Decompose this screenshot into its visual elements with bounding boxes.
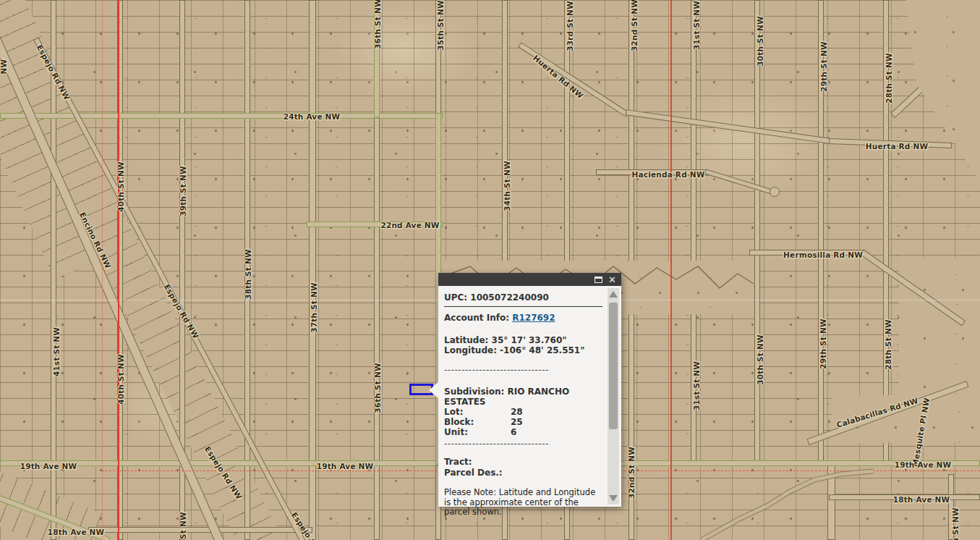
street-label: 40th St NW bbox=[116, 354, 125, 404]
close-icon[interactable]: ✕ bbox=[608, 275, 616, 284]
scroll-up-icon[interactable] bbox=[609, 291, 618, 298]
popup-body: UPC: 1005072240090 Account Info: R127692… bbox=[438, 286, 621, 507]
street-label: 39th St NW bbox=[179, 166, 187, 216]
tract-label: Tract: bbox=[444, 457, 602, 468]
field-value: 6 bbox=[511, 427, 516, 437]
road bbox=[88, 527, 312, 533]
latitude-line: Latitude: 35° 17' 33.760" bbox=[444, 335, 602, 345]
street-label: 36th St NW bbox=[373, 363, 382, 413]
street-label: 32nd St NW bbox=[627, 447, 636, 499]
street-label: 18th Ave NW bbox=[893, 495, 950, 504]
street-label: 41st St NW bbox=[52, 327, 61, 376]
road bbox=[754, 0, 760, 465]
street-label: 31st St NW bbox=[692, 361, 701, 410]
parcel-field-row: Unit:6 bbox=[444, 427, 602, 437]
road bbox=[827, 465, 835, 540]
street-label: NW bbox=[0, 59, 8, 75]
cul-de-sac bbox=[770, 187, 780, 197]
street-label: 30th St NW bbox=[756, 334, 764, 384]
dashed-separator: ------------------------------ bbox=[444, 365, 602, 375]
street-label: 30th St NW bbox=[756, 16, 764, 66]
street-label: Huerta Rd NW bbox=[866, 142, 928, 151]
scroll-down-icon[interactable] bbox=[609, 495, 618, 502]
account-info-link[interactable]: R127692 bbox=[512, 313, 555, 323]
field-value: 28 bbox=[511, 407, 523, 417]
gis-parcel-viewer: Espejo Rd NWNW36th St NW35th St NW33rd S… bbox=[0, 0, 980, 540]
street-label: 24th Ave NW bbox=[284, 112, 341, 121]
note-text: Please Note: Latitude and Longitude is t… bbox=[444, 488, 599, 518]
street-label: 29th St NW bbox=[819, 318, 827, 368]
street-label: 38th St NW bbox=[244, 249, 252, 299]
section-line-red-faint bbox=[102, 0, 103, 540]
divider-rule bbox=[444, 306, 602, 307]
street-label: 34th St NW bbox=[503, 161, 511, 211]
street-label: 40th St NW bbox=[116, 161, 125, 211]
popup-title-bar: ✕ bbox=[438, 273, 621, 286]
popup-pointer bbox=[429, 382, 438, 398]
longitude-line: Longitude: -106° 48' 25.551" bbox=[444, 345, 602, 355]
field-label: Unit: bbox=[444, 427, 511, 437]
upc-line: UPC: 1005072240090 bbox=[444, 292, 602, 303]
parcel-fields: Lot:28Block:25Unit:6 bbox=[444, 407, 602, 437]
street-label: 35th St NW bbox=[436, 0, 445, 50]
road bbox=[309, 0, 316, 540]
parcel-des-label: Parcel Des.: bbox=[444, 468, 602, 478]
section-line-red bbox=[670, 0, 672, 540]
dashed-separator: ------------------------------ bbox=[444, 439, 602, 449]
street-label: Hacienda Rd NW bbox=[632, 170, 705, 179]
street-label: 29th St NW bbox=[819, 41, 828, 91]
parcel-field-row: Block:25 bbox=[444, 417, 602, 427]
street-label: 36th St NW bbox=[373, 0, 382, 49]
field-label: Lot: bbox=[444, 407, 511, 417]
parcel-field-row: Lot:28 bbox=[444, 407, 602, 417]
parcel-info-popup: ✕ UPC: 1005072240090 Account Info: R1276… bbox=[438, 273, 621, 507]
street-label: 19th Ave NW bbox=[20, 462, 77, 471]
desert-patch bbox=[899, 258, 980, 397]
field-label: Block: bbox=[444, 417, 511, 427]
street-label: 22nd Ave NW bbox=[380, 221, 439, 229]
street-label: Hermosilla Rd NW bbox=[783, 250, 863, 259]
account-info-line: Account Info: R127692 bbox=[444, 313, 602, 323]
street-label: 19th Ave NW bbox=[895, 460, 952, 469]
section-line-red bbox=[118, 0, 119, 540]
popup-scrollbar[interactable] bbox=[608, 288, 619, 505]
scroll-thumb[interactable] bbox=[609, 303, 618, 429]
subdivision-line: Subdivision: RIO RANCHO ESTATES bbox=[444, 387, 581, 407]
street-label: 27th St NW bbox=[951, 507, 960, 540]
street-label: 18th Ave NW bbox=[48, 528, 105, 536]
account-info-label: Account Info: bbox=[444, 313, 512, 323]
street-label: 32nd St NW bbox=[630, 0, 639, 51]
lat-long-block: Latitude: 35° 17' 33.760" Longitude: -10… bbox=[444, 335, 602, 355]
street-label: 28th St NW bbox=[884, 319, 892, 369]
tract-block: Tract: Parcel Des.: bbox=[444, 457, 602, 478]
maximize-icon[interactable] bbox=[595, 277, 602, 283]
field-value: 25 bbox=[511, 417, 523, 427]
street-label: 19th Ave NW bbox=[317, 462, 374, 471]
street-label: 28th St NW bbox=[885, 53, 893, 103]
street-label: 37th St NW bbox=[310, 282, 318, 332]
street-label: 31st St NW bbox=[692, 1, 701, 50]
street-label: 39th St NW bbox=[179, 512, 187, 540]
street-label: 33rd St NW bbox=[566, 1, 574, 51]
